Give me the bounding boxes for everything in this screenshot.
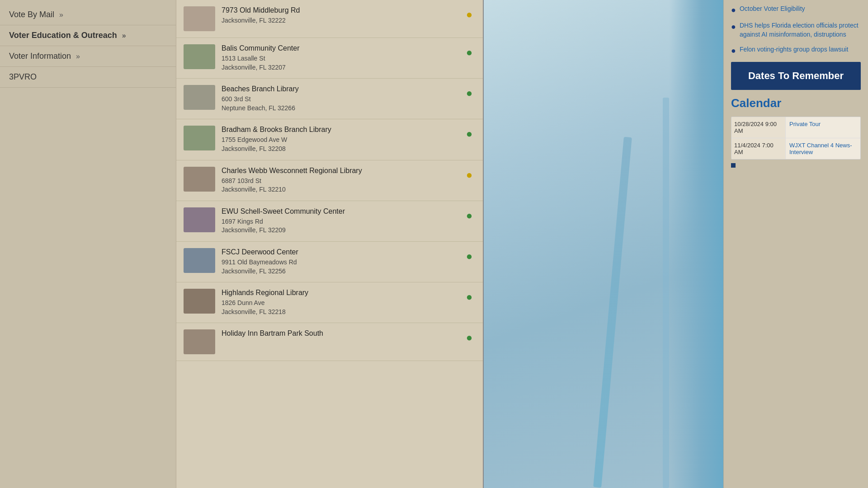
list-item[interactable]: Bradham & Brooks Branch Library 1755 Edg… [176, 119, 483, 160]
list-item[interactable]: Holiday Inn Bartram Park South ● [176, 323, 483, 361]
location-name: Balis Community Center [222, 44, 457, 52]
map-background: St Marys Lessie Evergreen Becker Fernand… [484, 0, 723, 488]
map-pin-icon: ● [463, 167, 476, 181]
map-pin-icon: ● [463, 289, 476, 303]
news-link[interactable]: October Voter Eligibility [740, 5, 805, 14]
right-sidebar: ● October Voter Eligibility ● DHS helps … [723, 0, 868, 488]
calendar-date: 11/4/2024 7:00 AM [731, 138, 786, 159]
sidebar-item-voter-education[interactable]: Voter Education & Outreach » [0, 25, 176, 46]
calendar-title: Calendar [731, 96, 861, 110]
location-address: 6887 103rd StJacksonville, FL 32210 [222, 177, 457, 194]
location-name: Charles Webb Wesconnett Regional Library [222, 167, 457, 175]
sidebar-item-vote-by-mail[interactable]: Vote By Mail » [0, 5, 176, 25]
location-name: 7973 Old Middleburg Rd [222, 6, 457, 14]
news-item: ● DHS helps Florida election officials p… [731, 21, 861, 39]
bullet-icon: ● [731, 46, 736, 56]
map-pin-icon: ● [463, 207, 476, 222]
news-item: ● October Voter Eligibility [731, 5, 861, 15]
calendar-row: 11/4/2024 7:00 AM WJXT Channel 4 News- I… [731, 138, 860, 159]
location-thumbnail [184, 6, 215, 31]
map-pin-icon: ● [463, 85, 476, 99]
sidebar-item-3pvro[interactable]: 3PVRO [0, 67, 176, 88]
calendar-event-link[interactable]: Private Tour [786, 117, 860, 138]
news-item: ● Felon voting-rights group drops lawsui… [731, 45, 861, 56]
map-pin-icon: ● [463, 44, 476, 59]
location-thumbnail [184, 289, 215, 314]
calendar-date: 10/28/2024 9:00 AM [731, 117, 786, 138]
list-item[interactable]: EWU Schell-Sweet Community Center 1697 K… [176, 201, 483, 242]
calendar-events: 10/28/2024 9:00 AM Private Tour 11/4/202… [731, 117, 861, 160]
location-name: FSCJ Deerwood Center [222, 248, 457, 256]
location-info: Balis Community Center 1513 Lasalle StJa… [222, 44, 457, 72]
location-address: 9911 Old Baymeadows RdJacksonville, FL 3… [222, 258, 457, 276]
location-info: Beaches Branch Library 600 3rd StNeptune… [222, 85, 457, 113]
map-pin-icon: ● [463, 329, 476, 344]
location-thumbnail [184, 248, 215, 273]
location-address: 1826 Dunn AveJacksonville, FL 32218 [222, 299, 457, 316]
news-link[interactable]: Felon voting-rights group drops lawsuit [740, 45, 848, 54]
location-address: Jacksonville, FL 32222 [222, 16, 457, 25]
sidebar-item-voter-information[interactable]: Voter Information » [0, 46, 176, 67]
sidebar-item-label: Vote By Mail [9, 10, 54, 19]
location-address: 1513 Lasalle StJacksonville, FL 32207 [222, 54, 457, 72]
location-info: Charles Webb Wesconnett Regional Library… [222, 167, 457, 194]
location-name: Bradham & Brooks Branch Library [222, 126, 457, 134]
location-thumbnail [184, 207, 215, 232]
location-info: EWU Schell-Sweet Community Center 1697 K… [222, 207, 457, 235]
map-pin-icon: ● [463, 248, 476, 263]
location-name: Highlands Regional Library [222, 289, 457, 297]
location-thumbnail [184, 167, 215, 192]
bullet-icon: ● [731, 22, 736, 32]
location-info: Holiday Inn Bartram Park South [222, 329, 457, 339]
location-info: 7973 Old Middleburg Rd Jacksonville, FL … [222, 6, 457, 25]
location-info: Highlands Regional Library 1826 Dunn Ave… [222, 289, 457, 316]
calendar-indicator [731, 163, 736, 168]
location-thumbnail [184, 85, 215, 110]
main-content: 7973 Old Middleburg Rd Jacksonville, FL … [176, 0, 868, 488]
calendar-row: 10/28/2024 9:00 AM Private Tour [731, 117, 860, 138]
bullet-icon: ● [731, 5, 736, 15]
arrow-icon: » [76, 52, 80, 60]
map-pin-icon: ● [463, 126, 476, 140]
calendar-event-link[interactable]: WJXT Channel 4 News- Interview [786, 138, 860, 159]
arrow-icon: » [122, 32, 126, 39]
arrow-icon: » [59, 11, 63, 19]
map-pin-icon: ● [463, 6, 476, 21]
location-name: EWU Schell-Sweet Community Center [222, 207, 457, 216]
list-item[interactable]: 7973 Old Middleburg Rd Jacksonville, FL … [176, 0, 483, 38]
sidebar-item-label: Voter Education & Outreach [9, 31, 117, 40]
location-list: 7973 Old Middleburg Rd Jacksonville, FL … [176, 0, 484, 488]
left-sidebar: Vote By Mail » Voter Education & Outreac… [0, 0, 176, 488]
list-item[interactable]: Balis Community Center 1513 Lasalle StJa… [176, 38, 483, 79]
location-name: Holiday Inn Bartram Park South [222, 329, 457, 338]
list-item[interactable]: Charles Webb Wesconnett Regional Library… [176, 160, 483, 201]
sidebar-item-label: Voter Information [9, 52, 71, 61]
list-item[interactable]: Highlands Regional Library 1826 Dunn Ave… [176, 282, 483, 323]
location-name: Beaches Branch Library [222, 85, 457, 93]
location-info: Bradham & Brooks Branch Library 1755 Edg… [222, 126, 457, 153]
location-thumbnail [184, 126, 215, 150]
location-address: 600 3rd StNeptune Beach, FL 32266 [222, 95, 457, 113]
news-link[interactable]: DHS helps Florida election officials pro… [740, 21, 861, 39]
dates-to-remember-header: Dates To Remember [731, 62, 861, 90]
list-item[interactable]: Beaches Branch Library 600 3rd StNeptune… [176, 79, 483, 119]
list-item[interactable]: FSCJ Deerwood Center 9911 Old Baymeadows… [176, 242, 483, 282]
location-info: FSCJ Deerwood Center 9911 Old Baymeadows… [222, 248, 457, 276]
sidebar-item-label: 3PVRO [9, 72, 37, 81]
map-area[interactable]: St Marys Lessie Evergreen Becker Fernand… [484, 0, 723, 488]
location-thumbnail [184, 329, 215, 354]
location-address: 1755 Edgewood Ave WJacksonville, FL 3220… [222, 136, 457, 153]
location-address: 1697 Kings RdJacksonville, FL 32209 [222, 217, 457, 235]
location-thumbnail [184, 44, 215, 69]
